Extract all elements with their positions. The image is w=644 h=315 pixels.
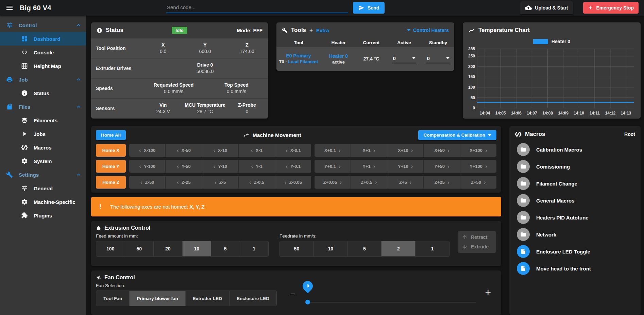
sidebar-item-system[interactable]: System (0, 154, 86, 168)
feed-amount-20-button[interactable]: 20 (153, 241, 182, 256)
jog-button-y-1[interactable]: Y+1› (351, 160, 387, 173)
heater-name[interactable]: Heater 0 (321, 53, 356, 59)
decrease-icon[interactable]: − (290, 290, 295, 298)
jog-button-z-0-05[interactable]: Z+0.05› (315, 176, 351, 189)
fan-option-tool-fan[interactable]: Tool Fan (96, 291, 129, 306)
sidebar-item-machine-specific[interactable]: Machine-Specific (0, 195, 86, 209)
macro-item-network[interactable]: Network (515, 226, 635, 243)
home-z-button[interactable]: Home Z (96, 176, 126, 189)
macro-item-move-head-to-the-front[interactable]: Move head to the front (515, 260, 635, 277)
sidebar-section-files[interactable]: Files (0, 100, 86, 113)
slider-track[interactable] (308, 302, 476, 302)
add-tool-button[interactable]: + (309, 27, 313, 34)
jog-button-y-0-1[interactable]: Y+0.1› (315, 160, 351, 173)
increase-icon[interactable]: + (485, 287, 491, 297)
macro-item-comissioning[interactable]: Comissioning (515, 158, 635, 175)
jog-button-y-50[interactable]: Y+50› (423, 160, 460, 173)
jog-button-x-10[interactable]: X+10› (387, 144, 423, 157)
emergency-stop-button[interactable]: Emergency Stop (583, 2, 639, 14)
jog-button-x-100[interactable]: ‹X-100 (129, 144, 165, 157)
jog-button-x-10[interactable]: ‹X-10 (202, 144, 238, 157)
feedrate-5-button[interactable]: 5 (348, 241, 382, 256)
sidebar-item-plugins[interactable]: Plugins (0, 209, 86, 222)
upload-start-button[interactable]: Upload & Start (520, 1, 573, 14)
retract-button[interactable]: Retract (462, 234, 492, 240)
active-temp-select[interactable]: 0 (392, 55, 417, 63)
sidebar-item-macros[interactable]: Macros (0, 141, 86, 154)
jog-button-z-25[interactable]: ‹Z-25 (165, 176, 202, 189)
chevron-up-icon[interactable] (75, 103, 82, 110)
jog-button-x-50[interactable]: X+50› (423, 144, 460, 157)
jog-button-y-100[interactable]: ‹Y-100 (129, 160, 165, 173)
macro-item-heaters-pid-autotune[interactable]: Heaters PID Autotune (515, 209, 635, 226)
extra-link[interactable]: Extra (316, 28, 329, 33)
sidebar-item-status[interactable]: Status (0, 86, 86, 100)
slider-thumb[interactable] (305, 300, 310, 304)
send-code-input[interactable] (166, 2, 348, 13)
fan-option-enclosure-led[interactable]: Enclosure LED (229, 291, 276, 306)
feedrate-50-button[interactable]: 50 (280, 241, 313, 256)
jog-button-y-100[interactable]: Y+100› (460, 160, 496, 173)
feedrate-1-button[interactable]: 1 (415, 241, 449, 256)
jog-button-y-10[interactable]: ‹Y-10 (202, 160, 238, 173)
jog-button-z-5[interactable]: ‹Z-5 (202, 176, 238, 189)
home-all-button[interactable]: Home All (96, 130, 126, 140)
jog-button-z-0-05[interactable]: ‹Z-0.05 (275, 176, 311, 189)
sidebar-item-height-map[interactable]: Height Map (0, 59, 86, 73)
macros-breadcrumb-root[interactable]: Root (624, 132, 635, 137)
feed-amount-50-button[interactable]: 50 (125, 241, 154, 256)
jog-button-y-50[interactable]: ‹Y-50 (165, 160, 202, 173)
macro-item-general-macros[interactable]: General Macros (515, 192, 635, 209)
sidebar-item-jobs[interactable]: Jobs (0, 127, 86, 141)
tools-header-heater: Heater (321, 40, 356, 45)
jog-button-z-25[interactable]: Z+25› (423, 176, 460, 189)
jog-button-z-5[interactable]: Z+5› (387, 176, 423, 189)
chevron-up-icon[interactable] (75, 22, 82, 29)
menu-icon[interactable] (5, 4, 14, 12)
jog-button-z-0-5[interactable]: Z+0.5› (351, 176, 387, 189)
compensation-calibration-button[interactable]: Compensation & Calibration (418, 130, 496, 140)
jog-button-x-100[interactable]: X+100› (460, 144, 496, 157)
jog-button-y-10[interactable]: Y+10› (387, 160, 423, 173)
sidebar-item-console[interactable]: Console (0, 46, 86, 59)
chart-legend[interactable]: Heater 0 (463, 38, 641, 45)
jog-button-z-50[interactable]: Z+50› (460, 176, 496, 189)
standby-temp-select[interactable]: 0 (426, 55, 451, 63)
chevron-up-icon[interactable] (75, 171, 82, 178)
chevron-up-icon[interactable] (75, 76, 82, 83)
feed-amount-100-button[interactable]: 100 (96, 241, 125, 256)
load-filament-link[interactable]: Load Filament (288, 59, 318, 64)
feed-amount-10-button[interactable]: 10 (182, 241, 211, 256)
sidebar-item-filaments[interactable]: Filaments (0, 113, 86, 127)
fan-option-primary-blower-fan[interactable]: Primary blower fan (129, 291, 185, 306)
feedrate-2-button[interactable]: 2 (381, 241, 415, 256)
jog-button-x-0-1[interactable]: ‹X-0.1 (275, 144, 311, 157)
jog-button-x-50[interactable]: ‹X-50 (165, 144, 202, 157)
sidebar-item-dashboard[interactable]: Dashboard (0, 32, 86, 46)
slider-value-balloon[interactable]: 0 (301, 279, 315, 293)
jog-button-x-0-1[interactable]: X+0.1› (315, 144, 351, 157)
home-x-button[interactable]: Home X (96, 144, 126, 157)
sidebar-section-job[interactable]: Job (0, 73, 86, 86)
feedrate-10-button[interactable]: 10 (313, 241, 348, 256)
jog-button-y-0-1[interactable]: ‹Y-0.1 (275, 160, 311, 173)
send-button[interactable]: Send (353, 2, 385, 14)
extrude-button[interactable]: Extrude (462, 244, 492, 250)
feed-amount-5-button[interactable]: 5 (211, 241, 240, 256)
jog-button-y-1[interactable]: ‹Y-1 (238, 160, 275, 173)
jog-button-z-0-5[interactable]: ‹Z-0.5 (238, 176, 275, 189)
macro-item-calibration-macros[interactable]: Calibration Macros (515, 141, 635, 158)
feed-amount-1-button[interactable]: 1 (240, 241, 269, 256)
fan-option-extruder-led[interactable]: Extruder LED (185, 291, 229, 306)
tool-name[interactable]: E0 Primary (276, 53, 321, 58)
sidebar-section-settings[interactable]: Settings (0, 168, 86, 181)
macro-item-enclosure-led-toggle[interactable]: Enclosure LED Toggle (515, 243, 635, 260)
macro-item-filament-change[interactable]: Filament Change (515, 175, 635, 192)
jog-button-x-1[interactable]: ‹X-1 (238, 144, 275, 157)
control-heaters-button[interactable]: Control Heaters (407, 28, 449, 33)
sidebar-item-general[interactable]: General (0, 181, 86, 195)
home-y-button[interactable]: Home Y (96, 160, 126, 173)
jog-button-z-50[interactable]: ‹Z-50 (129, 176, 165, 189)
jog-button-x-1[interactable]: X+1› (351, 144, 387, 157)
sidebar-section-control[interactable]: Control (0, 18, 86, 32)
